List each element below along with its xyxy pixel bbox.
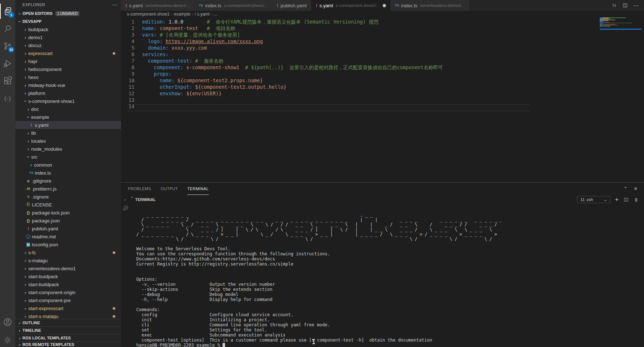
breadcrumb-item[interactable]: ... <box>214 12 217 17</box>
explorer-icon[interactable]: 1 <box>0 4 15 19</box>
tree-item-package.json[interactable]: {}package.json <box>15 217 121 225</box>
line-content: component-test: # 服务名称 <box>134 58 224 64</box>
tree-item-s.yaml[interactable]: !s.yaml <box>15 121 121 129</box>
panel-tab-problems[interactable]: PROBLEMS <box>128 183 151 195</box>
tree-item-tsconfig.json[interactable]: tstsconfig.json <box>15 241 121 248</box>
maximize-panel-icon[interactable]: ⌃ <box>624 186 627 191</box>
tree-item-s-fc[interactable]: ›s-fc <box>15 248 121 256</box>
tree-item-common[interactable]: ›common <box>15 161 121 169</box>
kill-terminal-icon[interactable] <box>633 197 639 202</box>
sidebar-section-timeline[interactable]: ›TIMELINE <box>15 326 121 334</box>
tree-item-.signore[interactable]: ≡.signore <box>15 193 121 201</box>
panel-tab-output[interactable]: OUTPUT <box>161 183 178 195</box>
code-line-9[interactable]: 9 props: <box>121 71 644 77</box>
tree-item-start-buildpack[interactable]: ›start-buildpack <box>15 280 121 288</box>
tree-item-index.ts[interactable]: TSindex.ts <box>15 169 121 177</box>
workspace-header[interactable]: › DEVSAPP <box>15 17 121 25</box>
tree-item-s-malagu[interactable]: ›s-malagu <box>15 256 121 264</box>
run-debug-icon[interactable] <box>0 56 15 71</box>
tree-item-node_modules[interactable]: ›node_modules <box>15 145 121 153</box>
new-terminal-icon[interactable]: + <box>615 196 619 203</box>
shell-selector[interactable]: 11: zsh ⌄ <box>577 196 610 203</box>
tree-item-start-component-pre[interactable]: ›start-component-pre <box>15 296 121 304</box>
code-line-2[interactable]: 2name: compoent-test # 项目名称 <box>121 25 644 32</box>
terminal[interactable]: _________ .__ / _____/ ______________ __… <box>121 204 644 347</box>
editor-more-actions-icon[interactable]: ⋯ <box>633 2 639 9</box>
tree-item-midway-hook-vue[interactable]: ›midway-hook-vue <box>15 81 121 89</box>
code-line-1[interactable]: 1edition: 1.0.0 # 命令行YAML规范版本，遵循语义化版本 (S… <box>121 18 644 25</box>
code-line-3[interactable]: 3vars: # [全局变量，提供给各个服务使用] <box>121 32 644 38</box>
minimap[interactable] <box>600 17 641 30</box>
panel-tab-terminal[interactable]: TERMINAL <box>187 183 209 195</box>
tsconfig-file-icon: ts <box>25 243 32 246</box>
breadcrumb[interactable]: s-commponent-show1›example›!s.yaml›... <box>121 11 644 17</box>
code-line-8[interactable]: 8 component: s-commponent-show1 # ${path… <box>121 64 644 71</box>
code-line-13[interactable]: 13 <box>121 97 644 103</box>
tree-item-publish.yaml[interactable]: !publish.yaml <box>15 225 121 233</box>
tree-item-start-component-origin[interactable]: ›start-component-origin <box>15 288 121 296</box>
tree-item-locales[interactable]: ›locales <box>15 137 121 145</box>
sidebar-section-ros-local-templates[interactable]: ›ROS LOCAL TEMPLATES <box>15 334 121 342</box>
tree-item-readme.md[interactable]: ireadme.md <box>15 233 121 241</box>
breadcrumb-item[interactable]: s-commponent-show1 <box>127 12 170 17</box>
tree-item-.gitignore[interactable]: ◆.gitignore <box>15 177 121 185</box>
tab-index.ts[interactable]: TSindex.tsserverlessdevs-demo1/... <box>391 0 469 11</box>
tree-item-hexo[interactable]: ›hexo <box>15 73 121 81</box>
tree-item-package-lock.json[interactable]: {}package-lock.json <box>15 209 121 217</box>
tab-index.ts[interactable]: TSindex.tss-commponent-show1/... <box>195 0 273 11</box>
tree-item-LICENSE[interactable]: ©LICENSE <box>15 201 121 209</box>
code-line-7[interactable]: 7 component-test: # 服务名称 <box>121 58 644 64</box>
tree-item-buildpack[interactable]: ›buildpack <box>15 25 121 33</box>
tree-item-src[interactable]: ›src <box>15 153 121 161</box>
tree-item-start-s-malagu[interactable]: ›start-s-malagu <box>15 312 121 319</box>
tree-item-hellocomponent[interactable]: ›hellocomponent <box>15 65 121 73</box>
code-line-6[interactable]: 6services: <box>121 51 644 58</box>
tree-item-platform[interactable]: ›platform <box>15 89 121 97</box>
settings-gear-icon[interactable] <box>0 333 15 347</box>
terminal-prompt[interactable]: hanxie@B-P0B3MD6R-2203 example % <box>136 343 644 347</box>
tree-item-expresscart[interactable]: ›expresscart <box>15 49 121 57</box>
tree-item-doc[interactable]: ›doc <box>15 105 121 113</box>
account-icon[interactable] <box>0 314 15 330</box>
extensions-icon[interactable] <box>0 73 15 88</box>
open-changes-icon[interactable] <box>611 3 617 8</box>
code-line-5[interactable]: 5 domain: xxxx.yyy.com <box>121 45 644 51</box>
close-panel-icon[interactable]: ✕ <box>634 186 637 191</box>
sidebar-section-ros-remote-templates[interactable]: ›ROS REMOTE TEMPLATES <box>15 342 121 347</box>
tree-item-discuz[interactable]: ›discuz <box>15 41 121 49</box>
code-editor[interactable]: 1edition: 1.0.0 # 命令行YAML规范版本，遵循语义化版本 (S… <box>121 17 644 182</box>
chevron-right-icon: › <box>22 27 28 32</box>
tree-item-lib[interactable]: ›lib <box>15 129 121 137</box>
code-line-10[interactable]: 10 name: ${component-test2.props.name} <box>121 77 644 84</box>
tab-publish.yaml[interactable]: !publish.yaml <box>273 0 312 11</box>
panel-expand-icon[interactable]: › <box>124 197 129 202</box>
tree-item-label: LICENSE <box>32 202 52 208</box>
tree-item-example[interactable]: ›example <box>15 113 121 121</box>
sidebar-more-actions-icon[interactable]: ⋯ <box>112 2 117 8</box>
breadcrumb-item[interactable]: example <box>174 12 190 17</box>
sidebar-section-outline[interactable]: ›OUTLINE <box>15 319 121 326</box>
tree-item-demo1[interactable]: ›demo1 <box>15 33 121 41</box>
tab-s.yaml[interactable]: !s.yamlserverlessdevs-demo1/... <box>121 0 195 11</box>
code-line-12[interactable]: 12 envshow: ${env(USER)} <box>121 90 644 97</box>
serverless-tool-icon[interactable] <box>0 91 15 106</box>
terminal-collapse-icon[interactable]: › <box>130 197 134 202</box>
tab-s.yaml[interactable]: !s.yamls-commponent-show1/... <box>311 0 390 11</box>
line-number: 6 <box>121 51 134 58</box>
breadcrumb-item[interactable]: s.yaml <box>197 12 209 17</box>
panel-tab-bar: PROBLEMSOUTPUTTERMINAL ⌃ ✕ <box>121 183 644 195</box>
tree-item-s-commponent-show1[interactable]: ›s-commponent-show1 <box>15 97 121 105</box>
source-control-icon[interactable]: 31 <box>0 38 15 54</box>
line-number: 13 <box>121 97 134 103</box>
tree-item-.prettierrc.js[interactable]: JS.prettierrc.js <box>15 185 121 193</box>
split-editor-icon[interactable] <box>622 3 628 8</box>
split-terminal-icon[interactable] <box>623 197 629 202</box>
tree-item-serverlessdevs-demo1[interactable]: ›serverlessdevs-demo1 <box>15 264 121 272</box>
code-line-11[interactable]: 11 otherInput: ${component-test2.output.… <box>121 84 644 90</box>
tree-item-start-buidpack[interactable]: ›start-buidpack <box>15 272 121 280</box>
tree-item-hapi[interactable]: ›hapi <box>15 57 121 65</box>
open-editors-header[interactable]: › OPEN EDITORS 1 UNSAVED <box>15 9 121 17</box>
code-line-4[interactable]: 4 logo: https://image.aliyun.com/xxxx.pn… <box>121 38 644 45</box>
tree-item-start-expresscart[interactable]: ›start-expresscart <box>15 304 121 312</box>
search-icon[interactable] <box>0 21 15 36</box>
